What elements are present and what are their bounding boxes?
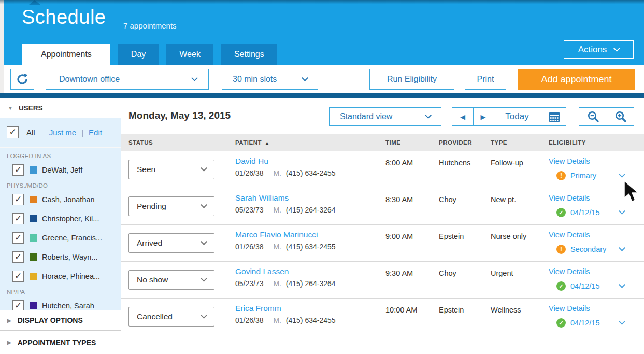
run-eligibility-button[interactable]: Run Eligibility bbox=[369, 69, 454, 90]
all-label: All bbox=[26, 128, 35, 137]
user-name: Hutchen, Sarah bbox=[42, 302, 94, 310]
status-dropdown[interactable]: Pending bbox=[128, 196, 214, 216]
eligibility-expand-chevron-icon[interactable] bbox=[619, 318, 625, 325]
sidebar-user-item: ✓DeWalt, Jeff bbox=[0, 160, 121, 179]
today-button[interactable]: Today bbox=[493, 108, 541, 125]
success-icon: ✓ bbox=[556, 318, 566, 328]
office-select-value: Downtown office bbox=[59, 75, 120, 84]
user-checkbox[interactable]: ✓ bbox=[12, 164, 24, 176]
edit-users-link[interactable]: Edit bbox=[89, 128, 102, 137]
triangle-down-icon: ▼ bbox=[8, 105, 13, 111]
view-details-link[interactable]: View Details bbox=[549, 157, 590, 165]
tab-day[interactable]: Day bbox=[118, 44, 159, 65]
user-checkbox[interactable]: ✓ bbox=[12, 251, 24, 263]
eligibility-status-text: 04/12/15 bbox=[570, 319, 599, 327]
user-name: Roberts, Wayn... bbox=[42, 253, 97, 261]
view-details-link[interactable]: View Details bbox=[549, 231, 590, 239]
actions-button[interactable]: Actions bbox=[564, 40, 634, 59]
column-header-type[interactable]: TYPE bbox=[491, 134, 507, 151]
app-header: Schedule 7 appointments AppointmentsDayW… bbox=[4, 0, 644, 65]
view-select[interactable]: Standard view bbox=[329, 107, 441, 126]
all-users-checkbox[interactable]: ✓ bbox=[7, 126, 19, 138]
display-options-label: DISPLAY OPTIONS bbox=[18, 316, 83, 324]
eligibility-status: ✓ 04/12/15 bbox=[556, 318, 599, 328]
status-value: Cancelled bbox=[137, 312, 173, 321]
appointment-time: 9:30 AM bbox=[385, 269, 413, 277]
triangle-right-icon: ▶ bbox=[7, 318, 11, 323]
status-dropdown[interactable]: Seen bbox=[128, 160, 214, 179]
chevron-down-icon bbox=[302, 75, 308, 81]
display-options-section[interactable]: ▶ DISPLAY OPTIONS bbox=[0, 310, 121, 331]
patient-details: 01/26/38 M. (415) 634-2455 bbox=[235, 316, 336, 324]
user-checkbox[interactable]: ✓ bbox=[12, 213, 24, 224]
office-select[interactable]: Downtown office bbox=[46, 69, 209, 90]
patient-details: 05/23/73 M. (415) 264-3264 bbox=[235, 279, 336, 288]
appointment-type: Nurse only bbox=[491, 232, 526, 240]
appointment-provider: Choy bbox=[439, 195, 456, 204]
appointment-types-label: APPOINTMENT TYPES bbox=[18, 338, 96, 347]
phone-type-label: M. bbox=[273, 169, 281, 177]
view-details-link[interactable]: View Details bbox=[549, 304, 590, 313]
slot-size-select[interactable]: 30 min slots bbox=[222, 69, 318, 90]
slot-size-value: 30 min slots bbox=[233, 75, 277, 84]
add-appointment-button[interactable]: Add appointment bbox=[518, 69, 635, 90]
tab-settings[interactable]: Settings bbox=[221, 44, 277, 65]
patient-link[interactable]: Sarah Williams bbox=[235, 193, 289, 203]
patient-phone: (415) 634-2455 bbox=[286, 316, 336, 324]
sidebar-user-item: ✓Horace, Phinea... bbox=[0, 266, 121, 286]
column-header-provider[interactable]: PROVIDER bbox=[439, 134, 472, 151]
refresh-button[interactable] bbox=[10, 69, 34, 90]
user-color-swatch bbox=[30, 166, 37, 174]
column-header-time[interactable]: TIME bbox=[385, 134, 400, 151]
user-color-swatch bbox=[30, 253, 37, 261]
page-title: Schedule bbox=[22, 6, 106, 29]
just-me-link[interactable]: Just me bbox=[49, 128, 77, 137]
user-name: DeWalt, Jeff bbox=[42, 166, 82, 174]
previous-day-button[interactable]: ◀ bbox=[452, 108, 473, 125]
column-header-eligibility[interactable]: ELIGIBILITY bbox=[549, 134, 586, 151]
appointment-row: No show Govind Lassen 05/23/73 M. (415) … bbox=[121, 262, 644, 299]
chevron-down-icon bbox=[201, 165, 207, 172]
tab-week[interactable]: Week bbox=[166, 44, 213, 65]
zoom-out-button[interactable] bbox=[579, 108, 607, 125]
zoom-in-icon bbox=[614, 110, 627, 123]
status-dropdown[interactable]: Arrived bbox=[128, 233, 214, 253]
calendar-picker-button[interactable] bbox=[541, 108, 567, 125]
user-color-swatch bbox=[30, 215, 37, 222]
popover-notch bbox=[29, 0, 40, 5]
column-header-status[interactable]: STATUS bbox=[128, 134, 153, 151]
users-section-header[interactable]: ▼ USERS bbox=[0, 98, 121, 118]
patient-dob: 01/26/38 bbox=[235, 243, 264, 251]
tab-appointments[interactable]: Appointments bbox=[22, 44, 110, 65]
eligibility-expand-chevron-icon[interactable] bbox=[619, 245, 625, 251]
patient-link[interactable]: David Hu bbox=[235, 157, 268, 166]
zoom-in-button[interactable] bbox=[607, 108, 634, 125]
status-dropdown[interactable]: No show bbox=[128, 270, 214, 290]
appointment-provider: Hutchens bbox=[439, 159, 470, 167]
user-checkbox[interactable]: ✓ bbox=[12, 271, 24, 282]
success-icon: ✓ bbox=[556, 281, 566, 291]
next-day-button[interactable]: ▶ bbox=[473, 108, 493, 125]
appointment-types-section[interactable]: ▶ APPOINTMENT TYPES bbox=[0, 331, 121, 354]
eligibility-expand-chevron-icon[interactable] bbox=[619, 281, 625, 288]
user-checkbox[interactable]: ✓ bbox=[12, 300, 24, 311]
user-color-swatch bbox=[30, 302, 37, 309]
view-details-link[interactable]: View Details bbox=[549, 194, 590, 202]
user-checkbox[interactable]: ✓ bbox=[12, 194, 24, 205]
column-header-patient[interactable]: PATIENT▲ bbox=[235, 134, 269, 151]
patient-link[interactable]: Govind Lassen bbox=[235, 267, 289, 276]
print-button[interactable]: Print bbox=[465, 69, 506, 90]
eligibility-expand-chevron-icon[interactable] bbox=[619, 208, 625, 215]
view-details-link[interactable]: View Details bbox=[549, 267, 590, 276]
eligibility-expand-chevron-icon[interactable] bbox=[619, 171, 625, 178]
sidebar-user-item: ✓Greene, Francis... bbox=[0, 228, 121, 247]
patient-link[interactable]: Marco Flavio Marinucci bbox=[235, 230, 318, 239]
patient-link[interactable]: Erica Fromm bbox=[235, 304, 281, 313]
arrow-right-icon: ▶ bbox=[481, 113, 486, 121]
user-name: Horace, Phinea... bbox=[42, 272, 100, 280]
status-dropdown[interactable]: Cancelled bbox=[128, 307, 214, 327]
patient-dob: 01/26/38 bbox=[235, 316, 264, 324]
user-checkbox[interactable]: ✓ bbox=[12, 232, 24, 244]
status-value: Arrived bbox=[137, 238, 162, 248]
appointment-time: 8:00 AM bbox=[385, 159, 413, 167]
